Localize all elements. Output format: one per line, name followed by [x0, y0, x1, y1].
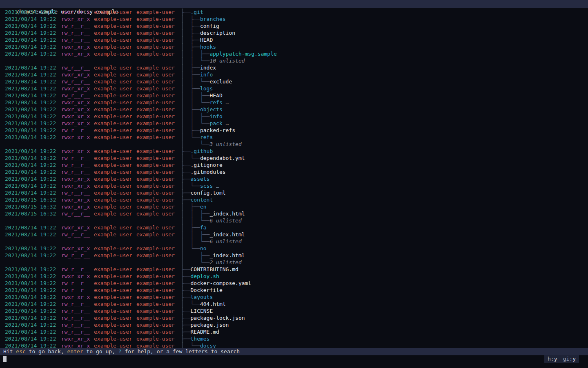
path-bar[interactable]: /home/example-user/docsy-example: [0, 0, 588, 8]
file-date: 2021/08/14 19:22: [5, 43, 61, 50]
tree-row[interactable]: 2021/08/14 19:22rw_r__r__example-userexa…: [0, 189, 588, 196]
tree-row[interactable]: 2021/08/14 19:22rwxr_xr_xexample-userexa…: [0, 273, 588, 280]
tree-row[interactable]: 2021/08/14 19:22rw_r__r__example-userexa…: [0, 307, 588, 314]
tree-row[interactable]: │ └──2 unlisted: [0, 259, 588, 266]
screen-filler: [0, 363, 588, 368]
tree-row[interactable]: 2021/08/14 19:22rw_r__r__example-userexa…: [0, 252, 588, 259]
file-permissions: rw_r__r__: [61, 78, 94, 85]
tree-row[interactable]: 2021/08/14 19:22rwxr_xr_xexample-userexa…: [0, 342, 588, 348]
tree-row[interactable]: 2021/08/14 19:22rw_r__r__example-userexa…: [0, 92, 588, 99]
tree-row[interactable]: 2021/08/14 19:22rw_r__r__example-userexa…: [0, 328, 588, 335]
file-group: example-user: [136, 182, 181, 189]
tree-row[interactable]: 2021/08/15 16:32rwxr_xr_xexample-userexa…: [0, 196, 588, 203]
tree-row[interactable]: 2021/08/14 19:22rwxr_xr_xexample-userexa…: [0, 224, 588, 231]
tree-row[interactable]: │ │ └──10 unlisted: [0, 57, 588, 64]
entry-name: hooks: [200, 44, 216, 50]
file-permissions: rw_r__r__: [61, 168, 94, 175]
tree-row[interactable]: 2021/08/14 19:22rwxr_xr_xexample-userexa…: [0, 134, 588, 141]
file-group: example-user: [136, 120, 181, 127]
tree-row[interactable]: │ └──3 unlisted: [0, 141, 588, 148]
entry-name: 6 unlisted: [209, 218, 241, 224]
tree-row[interactable]: 2021/08/14 19:22rw_r__r__example-userexa…: [0, 287, 588, 294]
file-date: 2021/08/14 19:22: [5, 224, 61, 231]
tree-row[interactable]: 2021/08/14 19:22rwxr_xr_xexample-userexa…: [0, 85, 588, 92]
file-owner: example-user: [94, 321, 136, 328]
tree-row[interactable]: 2021/08/14 19:22rwxr_xr_xexample-userexa…: [0, 71, 588, 78]
file-permissions: rw_r__r__: [61, 29, 94, 36]
tree-row[interactable]: 2021/08/14 19:22rwxr_xr_xexample-userexa…: [0, 120, 588, 127]
tree-row[interactable]: 2021/08/14 19:22rw_r__r__example-userexa…: [0, 29, 588, 36]
tree-row[interactable]: 2021/08/14 19:22rwxr_xr_xexample-userexa…: [0, 148, 588, 155]
entry-name: description: [200, 30, 235, 36]
truncation-ellipsis: …: [223, 99, 229, 105]
tree-row[interactable]: 2021/08/14 19:22rwxr_xr_xexample-userexa…: [0, 43, 588, 50]
tree-row[interactable]: │ │ └──6 unlisted: [0, 217, 588, 224]
file-date: 2021/08/15 16:32: [5, 210, 61, 217]
tree-row[interactable]: 2021/08/14 19:22rw_r__r__example-userexa…: [0, 78, 588, 85]
file-permissions: rw_r__r__: [61, 307, 94, 314]
tree-row[interactable]: 2021/08/14 19:22rwxr_xr_xexample-userexa…: [0, 50, 588, 57]
tree-row[interactable]: 2021/08/15 16:32rwxr_xr_xexample-userexa…: [0, 203, 588, 210]
file-group: example-user: [136, 85, 181, 92]
file-date: 2021/08/14 19:22: [5, 307, 61, 314]
tree-row[interactable]: 2021/08/14 19:22rw_r__r__example-userexa…: [0, 127, 588, 134]
file-permissions: rwxr_xr_x: [61, 182, 94, 189]
entry-name: en: [200, 204, 207, 210]
file-permissions: rwxr_xr_x: [61, 99, 94, 106]
tree-row[interactable]: 2021/08/14 19:22rwxr_xr_xexample-userexa…: [0, 294, 588, 301]
entry-name: 3 unlisted: [209, 141, 241, 147]
file-group: example-user: [136, 280, 181, 287]
tree-row[interactable]: 2021/08/14 19:22rwxr_xr_xexample-userexa…: [0, 106, 588, 113]
file-owner: example-user: [94, 120, 136, 127]
file-group: example-user: [136, 71, 181, 78]
entry-name: package-lock.json: [190, 315, 245, 321]
file-owner: example-user: [94, 16, 136, 22]
file-date: 2021/08/14 19:22: [5, 16, 61, 22]
file-owner: example-user: [94, 162, 136, 168]
tree-row[interactable]: 2021/08/15 16:32rw_r__r__example-userexa…: [0, 210, 588, 217]
tree-row[interactable]: │ │ └──6 unlisted: [0, 238, 588, 245]
tree-row[interactable]: 2021/08/14 19:22rwxr_xr_xexample-userexa…: [0, 99, 588, 106]
tree-row[interactable]: 2021/08/14 19:22rwxr_xr_xexample-userexa…: [0, 16, 588, 22]
tree-row[interactable]: 2021/08/14 19:22rwxr_xr_xexample-userexa…: [0, 175, 588, 182]
file-owner: example-user: [94, 134, 136, 141]
file-permissions: rw_r__r__: [61, 314, 94, 321]
tree-row[interactable]: 2021/08/14 19:22rw_r__r__example-userexa…: [0, 22, 588, 29]
command-input-line[interactable]: h:ygi:y: [0, 355, 588, 363]
entry-name: 10 unlisted: [209, 58, 245, 64]
tree-row[interactable]: 2021/08/14 19:22rw_r__r__example-userexa…: [0, 162, 588, 168]
tree-row[interactable]: 2021/08/14 19:22rw_r__r__example-userexa…: [0, 280, 588, 287]
entry-name: objects: [200, 106, 223, 112]
entry-name: info: [209, 113, 222, 119]
tree-row[interactable]: 2021/08/14 19:22rwxr_xr_xexample-userexa…: [0, 9, 588, 16]
file-permissions: rw_r__r__: [61, 321, 94, 328]
tree-row[interactable]: 2021/08/14 19:22rwxr_xr_xexample-userexa…: [0, 335, 588, 342]
tree-row[interactable]: 2021/08/14 19:22rw_r__r__example-userexa…: [0, 231, 588, 238]
tree-row[interactable]: 2021/08/14 19:22rwxr_xr_xexample-userexa…: [0, 113, 588, 120]
file-permissions: rw_r__r__: [61, 162, 94, 168]
entry-name: refs: [209, 99, 222, 105]
tree-row[interactable]: 2021/08/14 19:22rw_r__r__example-userexa…: [0, 155, 588, 162]
entry-name: layouts: [190, 294, 213, 300]
tree-row[interactable]: 2021/08/14 19:22rw_r__r__example-userexa…: [0, 321, 588, 328]
file-date: 2021/08/14 19:22: [5, 182, 61, 189]
file-owner: example-user: [94, 314, 136, 321]
file-owner: example-user: [94, 85, 136, 92]
file-group: example-user: [136, 175, 181, 182]
tree-row[interactable]: 2021/08/14 19:22rw_r__r__example-userexa…: [0, 168, 588, 175]
tree-row[interactable]: 2021/08/14 19:22rw_r__r__example-userexa…: [0, 36, 588, 43]
file-date: 2021/08/15 16:32: [5, 203, 61, 210]
entry-name: _index.html: [209, 231, 245, 238]
file-permissions: rwxr_xr_x: [61, 85, 94, 92]
file-date: 2021/08/14 19:22: [5, 9, 61, 16]
file-date: 2021/08/14 19:22: [5, 113, 61, 120]
file-owner: example-user: [94, 9, 136, 16]
tree-row[interactable]: 2021/08/14 19:22rwxr_xr_xexample-userexa…: [0, 245, 588, 252]
tree-row[interactable]: 2021/08/14 19:22rw_r__r__example-userexa…: [0, 64, 588, 71]
tree-row[interactable]: 2021/08/14 19:22rw_r__r__example-userexa…: [0, 314, 588, 321]
file-owner: example-user: [94, 99, 136, 106]
tree-row[interactable]: 2021/08/14 19:22rw_r__r__example-userexa…: [0, 266, 588, 273]
tree-row[interactable]: 2021/08/14 19:22rw_r__r__example-userexa…: [0, 301, 588, 307]
file-group: example-user: [136, 36, 181, 43]
tree-row[interactable]: 2021/08/14 19:22rwxr_xr_xexample-userexa…: [0, 182, 588, 189]
